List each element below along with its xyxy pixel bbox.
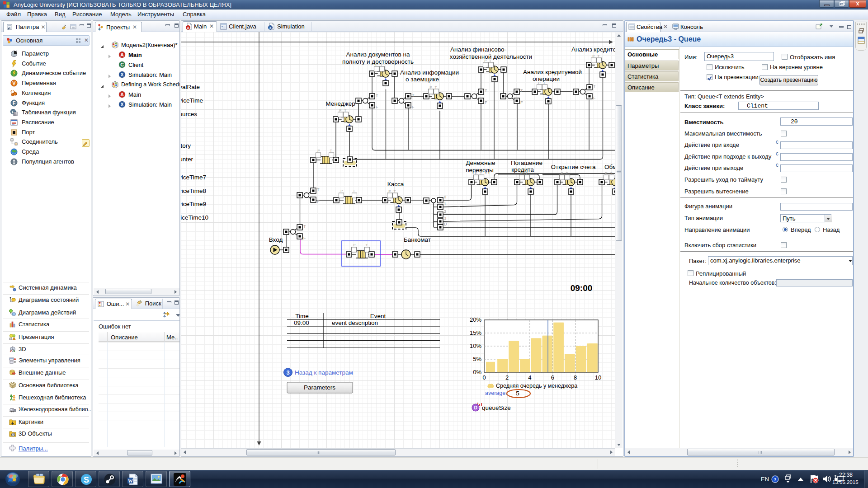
svg-text:F: F	[13, 100, 16, 106]
svg-text:0: 0	[444, 195, 446, 199]
svg-text:?: ?	[774, 477, 777, 482]
svg-text:counter: counter	[181, 156, 193, 163]
svg-text:serviceTime: serviceTime	[181, 97, 203, 104]
svg-text:A: A	[120, 52, 124, 57]
svg-text:5%: 5%	[473, 356, 481, 362]
svg-text:Открытие счета: Открытие счета	[551, 164, 596, 170]
svg-text:4: 4	[528, 374, 531, 381]
svg-text:хозяйственной деятельности: хозяйственной деятельности	[450, 53, 532, 60]
svg-text:history: history	[181, 142, 191, 149]
svg-text:queueSize: queueSize	[482, 404, 511, 411]
svg-text:Анализ финансово-: Анализ финансово-	[450, 46, 506, 53]
svg-text:Time: Time	[295, 313, 309, 319]
svg-text:event description: event description	[332, 319, 378, 326]
svg-text:Вход: Вход	[269, 236, 283, 243]
svg-text:о заемщике: о заемщике	[406, 76, 439, 83]
svg-text:X: X	[120, 102, 123, 107]
svg-text:2: 2	[444, 209, 446, 214]
svg-text:Банкомат: Банкомат	[404, 236, 431, 243]
svg-text:Анализ кредитуемой: Анализ кредитуемой	[523, 69, 582, 75]
svg-text:average:: average:	[485, 390, 507, 396]
svg-text:переводы: переводы	[466, 167, 494, 174]
svg-text:6: 6	[551, 374, 554, 381]
svg-text:20%: 20%	[470, 316, 481, 323]
svg-text:8: 8	[574, 374, 577, 381]
svg-text:D: D	[444, 222, 447, 226]
svg-text:Обмен: Обмен	[604, 164, 615, 170]
svg-text:3: 3	[444, 216, 446, 221]
svg-text:Анализ документов на: Анализ документов на	[346, 51, 410, 58]
svg-text:X: X	[269, 26, 272, 30]
svg-text:2: 2	[505, 374, 509, 381]
svg-text:X: X	[120, 72, 123, 77]
svg-text:полноту и достоверность: полноту и достоверность	[342, 58, 414, 65]
svg-text:5: 5	[516, 390, 519, 397]
svg-text:09:00: 09:00	[571, 283, 593, 293]
svg-text:resources: resources	[181, 111, 197, 117]
svg-text:операции: операции	[533, 75, 560, 82]
svg-text:0%: 0%	[473, 369, 481, 375]
svg-text:Анализ информации: Анализ информации	[400, 69, 459, 76]
svg-text:A: A	[187, 26, 189, 30]
svg-text:Менеджер: Менеджер	[326, 100, 355, 107]
svg-text:serviceTime9: serviceTime9	[181, 201, 206, 207]
svg-text:W: W	[128, 478, 133, 483]
svg-text:S: S	[84, 475, 89, 484]
svg-text:3: 3	[286, 369, 289, 376]
svg-text:arrivalRate: arrivalRate	[181, 84, 200, 90]
svg-text:Средняя очередь у менеджера: Средняя очередь у менеджера	[496, 383, 577, 389]
svg-text:15%: 15%	[470, 329, 481, 336]
svg-text:10: 10	[595, 374, 601, 381]
svg-text:Parameters: Parameters	[304, 384, 335, 391]
svg-text:V: V	[12, 80, 16, 86]
svg-text:D: D	[474, 405, 477, 410]
svg-text:кредита: кредита	[511, 166, 534, 173]
svg-text:0: 0	[482, 374, 486, 381]
svg-text:serviceTime10: serviceTime10	[181, 214, 208, 221]
svg-text:A: A	[120, 92, 124, 97]
svg-text:serviceTime8: serviceTime8	[181, 188, 206, 194]
svg-text:1: 1	[444, 202, 446, 206]
svg-text:09:00: 09:00	[294, 319, 309, 326]
svg-text:Погашение: Погашение	[511, 160, 542, 166]
svg-text:Event: Event	[370, 313, 386, 319]
svg-text:C: C	[120, 62, 124, 67]
svg-text:Анализ кредитос: Анализ кредитос	[571, 46, 615, 53]
svg-text:Назад к параметрам: Назад к параметрам	[295, 369, 353, 376]
svg-text:serviceTime7: serviceTime7	[181, 174, 206, 181]
svg-text:10%: 10%	[470, 343, 481, 349]
svg-text:Денежные: Денежные	[466, 160, 495, 166]
svg-text:Касса: Касса	[387, 181, 404, 188]
